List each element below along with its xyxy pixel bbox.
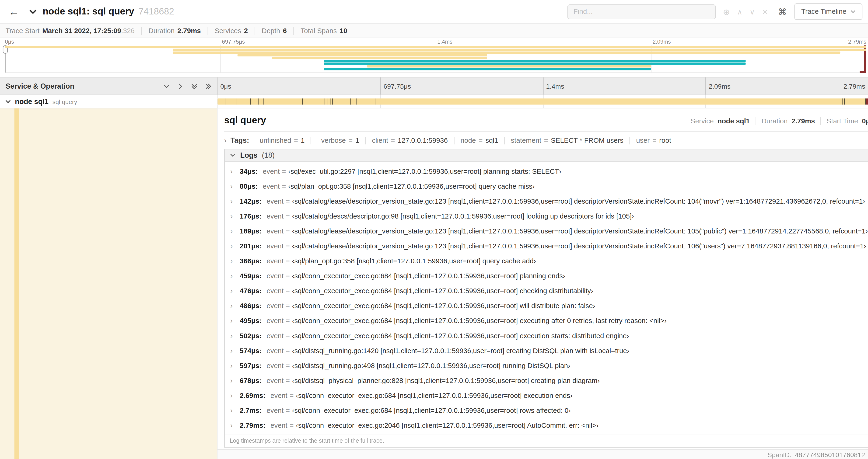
span-id-label: SpanID:: [768, 451, 792, 458]
tag-item: _verbose=1: [311, 136, 365, 144]
log-marker-tick: [225, 98, 225, 104]
trace-timeline-page: ← node sql1: sql query 7418682 ⊕ ∧ ∨ ✕ ⌘…: [0, 0, 868, 459]
log-timestamp: 574μs:: [240, 347, 261, 354]
minimap-canvas[interactable]: [5, 45, 866, 73]
span-bar[interactable]: [217, 98, 866, 104]
tag-value: root: [659, 136, 671, 144]
ruler-tick: 2.09ms: [705, 77, 731, 95]
minimap-left-scrubber[interactable]: [5, 45, 5, 72]
collapse-trace-chevron-down-icon[interactable]: [29, 7, 37, 16]
log-message: event=‹sql/plan_opt.go:358 [nsql1,client…: [267, 257, 536, 265]
equals-sign: =: [286, 227, 290, 235]
summary-value: 2.79ms: [177, 27, 201, 35]
equals-sign: =: [286, 406, 290, 414]
log-entry[interactable]: ›2.69ms:event=‹sql/conn_executor_exec.go…: [225, 388, 868, 403]
log-field-name: event: [267, 302, 284, 309]
timeline-right-edge-marker: [866, 98, 868, 104]
tag-value: 127.0.0.1:59936: [398, 136, 448, 144]
log-field-value: ‹sql/catalog/descs/descriptor.go:98 [nsq…: [292, 212, 634, 220]
log-marker-tick: [334, 98, 334, 104]
tag-key: client: [372, 136, 388, 144]
back-button[interactable]: ←: [6, 6, 22, 17]
meta-label: Start Time:: [827, 117, 862, 125]
span-operation-name: sql query: [53, 98, 77, 105]
tags-accordion[interactable]: › Tags: _unfinished=1_verbose=1client=12…: [224, 132, 868, 148]
equals-sign: =: [286, 317, 290, 324]
log-field-name: event: [267, 272, 284, 280]
log-field-value: ‹sql/catalog/lease/descriptor_version_st…: [292, 242, 866, 250]
tag-value: 1: [355, 136, 359, 144]
log-marker-tick: [302, 98, 302, 104]
log-field-value: ‹sql/distsql_running.go:498 [nsql1,clien…: [292, 362, 570, 369]
log-marker-tick: [258, 98, 258, 104]
log-field-name: event: [267, 287, 284, 295]
focus-find-icon[interactable]: ⊕: [723, 7, 730, 16]
log-timestamp: 80μs:: [240, 183, 258, 190]
summary-label: Trace Start: [6, 27, 40, 35]
find-input[interactable]: [567, 4, 716, 19]
log-entry[interactable]: ›574μs:event=‹sql/distsql_running.go:142…: [225, 343, 868, 358]
collapse-all-double-chevron-down-icon[interactable]: [191, 83, 197, 89]
next-match-chevron-down-icon[interactable]: ∨: [749, 8, 755, 15]
timeline-header-row: Service & Operation 0μs697.75μs1.4ms2.09…: [0, 77, 868, 95]
top-bar-actions: ⊕ ∧ ∨ ✕ ⌘ Trace Timeline: [567, 3, 863, 20]
summary-label: Total Spans: [301, 27, 337, 35]
chevron-right-icon: ›: [230, 168, 236, 175]
span-detail-row: sql query Service: node sql1Duration: 2.…: [0, 108, 868, 459]
summary-value: March 31 2022, 17:25:09.326: [42, 27, 135, 35]
log-entry[interactable]: ›366μs:event=‹sql/plan_opt.go:358 [nsql1…: [225, 254, 868, 268]
clear-find-icon[interactable]: ✕: [762, 8, 768, 15]
log-entry[interactable]: ›176μs:event=‹sql/catalog/descs/descript…: [225, 208, 868, 223]
logs-accordion-header[interactable]: Logs (18): [225, 150, 868, 162]
log-entry[interactable]: ›142μs:event=‹sql/catalog/lease/descript…: [225, 194, 868, 208]
logs-count: (18): [262, 151, 275, 160]
tag-item: statement=SELECT * FROM users: [504, 136, 629, 144]
span-row-track[interactable]: [217, 95, 868, 108]
find-controls: ⊕ ∧ ∨ ✕: [721, 7, 770, 16]
log-entry[interactable]: ›34μs:event=‹sql/exec_util.go:2297 [nsql…: [225, 164, 868, 179]
logs-accordion: Logs (18) ›34μs:event=‹sql/exec_util.go:…: [224, 149, 868, 448]
logs-list: ›34μs:event=‹sql/exec_util.go:2297 [nsql…: [225, 162, 868, 434]
summary-label: Duration: [148, 27, 175, 35]
ruler-tick-label: 0μs: [220, 82, 231, 90]
equals-sign: =: [286, 332, 290, 339]
log-entry[interactable]: ›201μs:event=‹sql/catalog/lease/descript…: [225, 239, 868, 254]
meta-value: 0μs: [862, 117, 868, 125]
span-detail-panel: sql query Service: node sql1Duration: 2.…: [217, 108, 868, 459]
log-entry[interactable]: ›189μs:event=‹sql/catalog/lease/descript…: [225, 223, 868, 238]
log-entry[interactable]: ›502μs:event=‹sql/conn_executor_exec.go:…: [225, 328, 868, 343]
log-message: event=‹sql/distsql_running.go:1420 [nsql…: [267, 347, 629, 354]
log-field-value: ‹sql/conn_executor_exec.go:684 [nsql1,cl…: [292, 287, 593, 295]
log-entry[interactable]: ›2.79ms:event=‹sql/conn_executor_exec.go…: [225, 418, 868, 433]
equals-sign: =: [282, 167, 286, 175]
collapse-one-chevron-down-icon[interactable]: [163, 83, 170, 89]
log-message: event=‹sql/conn_executor_exec.go:684 [ns…: [267, 302, 595, 309]
keyboard-shortcuts-button[interactable]: ⌘: [775, 5, 790, 18]
chevron-down-icon[interactable]: [5, 98, 11, 104]
log-entry[interactable]: ›597μs:event=‹sql/distsql_running.go:498…: [225, 358, 868, 373]
prev-match-chevron-up-icon[interactable]: ∧: [737, 8, 742, 15]
minimap-span: [323, 68, 651, 70]
expand-one-chevron-right-icon[interactable]: [177, 83, 184, 89]
span-row-name-cell[interactable]: node sql1 sql query: [0, 95, 217, 108]
log-entry[interactable]: ›495μs:event=‹sql/conn_executor_exec.go:…: [225, 313, 868, 328]
minimap-span: [367, 65, 651, 67]
log-marker-tick: [844, 98, 845, 104]
log-entry[interactable]: ›678μs:event=‹sql/distsql_physical_plann…: [225, 373, 868, 388]
log-message: event=‹sql/catalog/lease/descriptor_vers…: [267, 197, 865, 205]
minimap-tick-labels: 0μs697.75μs1.4ms2.09ms2.79ms: [5, 38, 866, 45]
log-entry[interactable]: ›80μs:event=‹sql/plan_opt.go:358 [nsql1,…: [225, 179, 868, 194]
log-entry[interactable]: ›476μs:event=‹sql/conn_executor_exec.go:…: [225, 283, 868, 298]
log-entry[interactable]: ›459μs:event=‹sql/conn_executor_exec.go:…: [225, 268, 868, 283]
expand-all-double-chevron-right-icon[interactable]: [205, 83, 211, 89]
log-timestamp: 597μs:: [240, 362, 261, 369]
tag-key: _verbose: [317, 136, 346, 144]
log-message: event=‹sql/conn_executor_exec.go:684 [ns…: [267, 332, 629, 339]
log-message: event=‹sql/distsql_physical_planner.go:8…: [267, 376, 600, 384]
minimap-span: [859, 71, 866, 73]
trace-view-selector-button[interactable]: Trace Timeline: [795, 3, 863, 20]
minimap-span: [323, 63, 746, 65]
log-entry[interactable]: ›2.7ms:event=‹sql/conn_executor_exec.go:…: [225, 403, 868, 418]
collapse-controls: [163, 83, 211, 89]
log-entry[interactable]: ›486μs:event=‹sql/conn_executor_exec.go:…: [225, 298, 868, 313]
